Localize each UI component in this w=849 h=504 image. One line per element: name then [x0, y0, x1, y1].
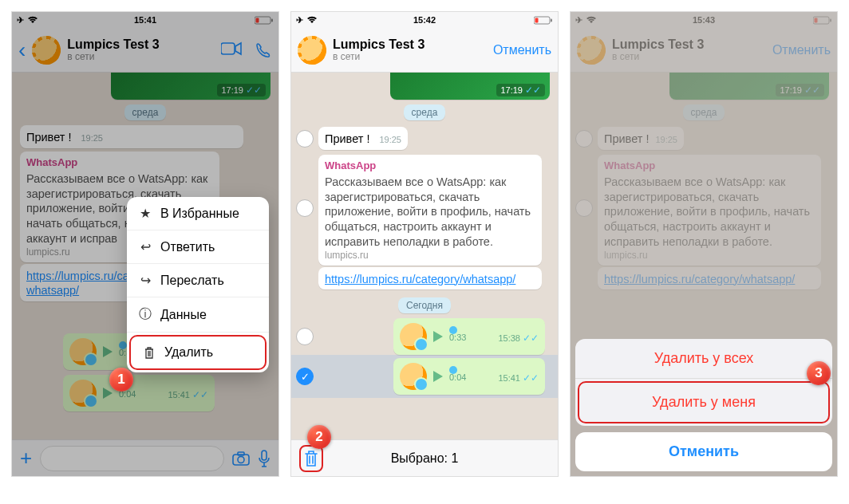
- menu-delete[interactable]: Удалить: [129, 335, 267, 370]
- status-bar: ✈ 15:42: [291, 12, 558, 28]
- select-circle[interactable]: [296, 199, 314, 217]
- selection-bar: Выбрано: 1: [291, 439, 558, 476]
- play-icon[interactable]: [433, 331, 443, 342]
- menu-info[interactable]: ⓘДанные: [127, 297, 269, 333]
- menu-star[interactable]: ★В Избранные: [127, 197, 269, 230]
- svg-rect-9: [551, 18, 552, 22]
- context-menu: ★В Избранные ↩Ответить ↪Переслать ⓘДанны…: [127, 197, 269, 372]
- phone-1: ✈ 15:41 ‹ Lumpics Test 3 в сети 17:19 ✓✓…: [11, 11, 279, 477]
- trash-icon: [142, 346, 156, 359]
- step-badge-3: 3: [807, 361, 831, 385]
- selectable-row-selected[interactable]: ✓ 0:0415:41 ✓✓: [291, 355, 558, 398]
- cancel-button[interactable]: Отменить: [493, 43, 551, 57]
- voice-avatar: [400, 323, 427, 350]
- message-link[interactable]: https://lumpics.ru/category/whatsapp/: [318, 267, 542, 290]
- phone-2: ✈ 15:42 Lumpics Test 3 в сети Отменить 1…: [290, 11, 559, 477]
- wifi-icon: [306, 16, 318, 24]
- menu-forward[interactable]: ↪Переслать: [127, 264, 269, 297]
- image-message[interactable]: 17:19 ✓✓: [390, 73, 550, 100]
- menu-reply[interactable]: ↩Ответить: [127, 230, 269, 264]
- contact-avatar[interactable]: [298, 36, 326, 65]
- link[interactable]: https://lumpics.ru/category/whatsapp/: [325, 273, 515, 285]
- message-article[interactable]: WhatsApp Рассказываем все о WatsApp: как…: [318, 155, 542, 266]
- clock: 15:42: [413, 15, 436, 25]
- voice-message-2[interactable]: 0:0415:41 ✓✓: [393, 358, 545, 395]
- play-icon[interactable]: [433, 371, 443, 382]
- chat-header: Lumpics Test 3 в сети Отменить: [291, 28, 558, 73]
- delete-for-me[interactable]: Удалить у меня: [578, 381, 830, 423]
- selectable-row[interactable]: WhatsApp Рассказываем все о WatsApp: как…: [291, 152, 558, 293]
- contact-name[interactable]: Lumpics Test 3: [333, 37, 487, 52]
- voice-avatar: [400, 363, 427, 390]
- selectable-row[interactable]: 0:3315:38 ✓✓: [291, 318, 558, 355]
- select-circle[interactable]: [296, 130, 314, 148]
- battery-icon: [534, 16, 553, 25]
- delete-for-everyone[interactable]: Удалить у всех: [575, 339, 832, 379]
- airplane-icon: ✈: [296, 15, 303, 26]
- contact-status: в сети: [333, 52, 487, 62]
- step-badge-2: 2: [307, 425, 331, 449]
- select-circle-checked[interactable]: ✓: [296, 368, 314, 385]
- day-chip-today: Сегодня: [398, 297, 451, 313]
- action-sheet: Удалить у всех Удалить у меня Отменить: [575, 339, 832, 471]
- selected-count: Выбрано: 1: [391, 451, 459, 466]
- select-circle[interactable]: [296, 328, 314, 345]
- selectable-row[interactable]: Привет ! 19:25: [291, 125, 558, 152]
- star-icon: ★: [138, 206, 152, 221]
- day-chip-wed: среда: [404, 104, 446, 120]
- info-icon: ⓘ: [138, 306, 152, 323]
- voice-message-1[interactable]: 0:3315:38 ✓✓: [393, 318, 545, 355]
- chat-body: 17:19 ✓✓ среда Привет ! 19:25 WhatsApp Р…: [291, 73, 558, 439]
- reply-icon: ↩: [138, 239, 152, 254]
- phone-3: ✈ 15:43 Lumpics Test 3 в сети Отменить 1…: [570, 11, 838, 477]
- message-hello[interactable]: Привет ! 19:25: [318, 127, 408, 150]
- svg-rect-10: [535, 18, 539, 22]
- forward-icon: ↪: [138, 273, 152, 288]
- step-badge-1: 1: [109, 368, 133, 392]
- cancel-button[interactable]: Отменить: [575, 432, 832, 471]
